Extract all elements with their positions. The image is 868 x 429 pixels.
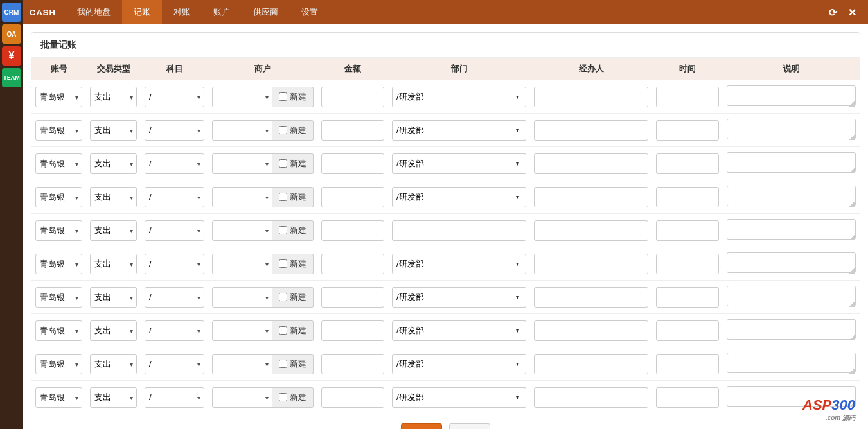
dept-input[interactable] [392, 153, 509, 174]
merchant-new-checkbox[interactable] [279, 293, 287, 301]
amount-input[interactable] [321, 220, 384, 241]
merchant-new-addon[interactable]: 新建 [272, 320, 314, 341]
time-input[interactable] [656, 220, 719, 241]
subject-select[interactable]: / [145, 254, 204, 274]
amount-input[interactable] [321, 254, 384, 274]
merchant-new-checkbox[interactable] [279, 259, 287, 268]
subject-select[interactable]: / [145, 153, 204, 174]
subject-select[interactable]: / [145, 354, 204, 374]
amount-input[interactable] [321, 387, 384, 408]
type-select[interactable]: 支出 [90, 354, 137, 374]
time-input[interactable] [656, 320, 719, 341]
account-select[interactable]: 青岛银 [35, 387, 82, 408]
merchant-new-addon[interactable]: 新建 [272, 354, 314, 374]
time-input[interactable] [656, 287, 719, 308]
merchant-new-addon[interactable]: 新建 [272, 254, 314, 274]
nav-item-1[interactable]: 记账 [122, 0, 162, 24]
nav-item-5[interactable]: 设置 [290, 0, 330, 24]
merchant-new-checkbox[interactable] [279, 193, 287, 201]
amount-input[interactable] [321, 153, 384, 174]
dept-input[interactable] [392, 220, 526, 241]
handler-input[interactable] [534, 320, 648, 341]
dept-dropdown-button[interactable]: ▾ [509, 387, 526, 408]
save-button[interactable]: 保存 [401, 423, 442, 429]
desc-textarea[interactable] [727, 152, 856, 173]
account-select[interactable]: 青岛银 [35, 220, 82, 241]
type-select[interactable]: 支出 [90, 153, 137, 174]
amount-input[interactable] [321, 120, 384, 141]
sidebar-icon-oa[interactable]: OA [2, 24, 21, 44]
nav-item-2[interactable]: 对账 [162, 0, 202, 24]
amount-input[interactable] [321, 320, 384, 341]
merchant-new-checkbox[interactable] [279, 326, 287, 335]
desc-textarea[interactable] [727, 353, 856, 373]
desc-textarea[interactable] [727, 219, 856, 240]
dept-dropdown-button[interactable]: ▾ [509, 120, 526, 141]
merchant-new-checkbox[interactable] [279, 393, 287, 401]
sidebar-icon-apps[interactable] [2, 90, 21, 109]
desc-textarea[interactable] [727, 119, 856, 139]
merchant-select[interactable] [212, 153, 272, 174]
account-select[interactable]: 青岛银 [35, 120, 82, 141]
merchant-new-checkbox[interactable] [279, 159, 287, 168]
merchant-new-checkbox[interactable] [279, 126, 287, 134]
account-select[interactable]: 青岛银 [35, 254, 82, 274]
merchant-new-checkbox[interactable] [279, 360, 287, 368]
dept-input[interactable] [392, 87, 509, 107]
amount-input[interactable] [321, 287, 384, 308]
account-select[interactable]: 青岛银 [35, 187, 82, 207]
nav-item-3[interactable]: 账户 [202, 0, 242, 24]
merchant-select[interactable] [212, 387, 272, 408]
merchant-select[interactable] [212, 220, 272, 241]
handler-input[interactable] [534, 354, 648, 374]
handler-input[interactable] [534, 120, 648, 141]
dept-dropdown-button[interactable]: ▾ [509, 254, 526, 274]
nav-item-4[interactable]: 供应商 [242, 0, 290, 24]
amount-input[interactable] [321, 87, 384, 107]
merchant-select[interactable] [212, 187, 272, 207]
dept-input[interactable] [392, 387, 509, 408]
desc-textarea[interactable] [727, 252, 856, 273]
merchant-select[interactable] [212, 254, 272, 274]
merchant-new-addon[interactable]: 新建 [272, 387, 314, 408]
account-select[interactable]: 青岛银 [35, 320, 82, 341]
subject-select[interactable]: / [145, 320, 204, 341]
desc-textarea[interactable] [727, 286, 856, 306]
desc-textarea[interactable] [727, 319, 856, 340]
dept-dropdown-button[interactable]: ▾ [509, 287, 526, 308]
merchant-select[interactable] [212, 354, 272, 374]
dept-input[interactable] [392, 254, 509, 274]
time-input[interactable] [656, 87, 719, 107]
subject-select[interactable]: / [145, 120, 204, 141]
handler-input[interactable] [534, 187, 648, 207]
handler-input[interactable] [534, 287, 648, 308]
time-input[interactable] [656, 153, 719, 174]
subject-select[interactable]: / [145, 287, 204, 308]
dept-input[interactable] [392, 287, 509, 308]
back-button[interactable]: 返回 [449, 423, 490, 429]
dept-dropdown-button[interactable]: ▾ [509, 354, 526, 374]
type-select[interactable]: 支出 [90, 320, 137, 341]
time-input[interactable] [656, 354, 719, 374]
dept-input[interactable] [392, 320, 509, 341]
subject-select[interactable]: / [145, 220, 204, 241]
dept-dropdown-button[interactable]: ▾ [509, 187, 526, 207]
merchant-new-addon[interactable]: 新建 [272, 153, 314, 174]
handler-input[interactable] [534, 254, 648, 274]
account-select[interactable]: 青岛银 [35, 354, 82, 374]
close-icon[interactable]: ✕ [842, 6, 862, 19]
dept-dropdown-button[interactable]: ▾ [509, 87, 526, 107]
subject-select[interactable]: / [145, 387, 204, 408]
amount-input[interactable] [321, 187, 384, 207]
dept-dropdown-button[interactable]: ▾ [509, 320, 526, 341]
desc-textarea[interactable] [727, 85, 856, 106]
merchant-new-checkbox[interactable] [279, 226, 287, 234]
refresh-icon[interactable]: ⟳ [823, 6, 842, 19]
handler-input[interactable] [534, 387, 648, 408]
merchant-new-checkbox[interactable] [279, 92, 287, 101]
handler-input[interactable] [534, 220, 648, 241]
type-select[interactable]: 支出 [90, 187, 137, 207]
sidebar-icon-team[interactable]: TEAM [2, 68, 21, 87]
handler-input[interactable] [534, 87, 648, 107]
merchant-new-addon[interactable]: 新建 [272, 120, 314, 141]
